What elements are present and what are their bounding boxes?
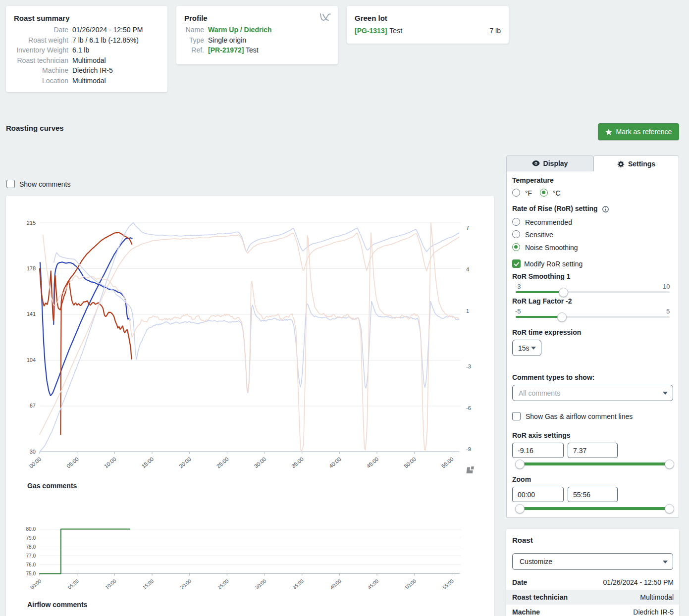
y-axis-tick-label: 75.0 (26, 571, 36, 576)
profile-type-value: Single origin (208, 35, 246, 46)
y-axis-tick-label: 178 (27, 265, 36, 271)
comment-types-placeholder: All comments (519, 389, 560, 397)
profile-ref-link[interactable]: [PR-21972] (208, 46, 244, 54)
tab-settings-label: Settings (628, 160, 655, 168)
roast-summary-row-label: Inventory Weight (14, 45, 68, 55)
ror-smoothing-slider-thumb[interactable] (559, 288, 568, 297)
green-lot-title: Green lot (355, 14, 387, 22)
x-axis-tick-label: 40:00 (328, 456, 342, 469)
y-axis-right-tick-label: -6 (466, 405, 471, 411)
zoom-slider-thumb-left[interactable] (515, 504, 525, 513)
ror-recommended-radio[interactable] (512, 218, 520, 226)
ror-lag-slider-fill (516, 316, 562, 318)
zoom-slider-thumb-right[interactable] (665, 504, 674, 513)
roast-summary-row: MachineDiedrich IR-5 (14, 65, 159, 76)
y-axis-tick-label: 77.0 (26, 553, 36, 559)
ror-axis-max-input[interactable] (568, 443, 618, 458)
y-axis-tick-label: 104 (27, 357, 36, 363)
ror-time-value: 15s (518, 344, 530, 352)
profile-type-row: Type Single origin (184, 35, 330, 46)
ror-smoothing-slider-fill (516, 291, 563, 293)
green-lot-name: Test (389, 27, 402, 35)
fahrenheit-radio[interactable] (512, 189, 520, 197)
ror-smoothing-label: RoR Smoothing 1 (512, 272, 570, 280)
ror-axis-label: RoR axis settings (512, 431, 570, 439)
roast-summary-row: Roast weight7 lb / 6.1 lb (-12.85%) (14, 35, 159, 46)
ror-axis-slider-thumb-left[interactable] (515, 460, 525, 469)
series-et_ref (40, 233, 459, 435)
roast-row-machine-value: Diedrich IR-5 (633, 608, 679, 616)
roast-summary-row-value: Multimodal (72, 76, 106, 86)
ror-axis-slider-fill (516, 462, 670, 465)
roast-card-title: Roast (512, 536, 533, 544)
celsius-label: °C (553, 189, 561, 197)
ror-setting-label: Rate of Rise (RoR) setting (512, 205, 598, 212)
tab-display[interactable]: Display (506, 155, 593, 171)
roast-summary-row: Date01/26/2024 - 12:50 PM (14, 25, 159, 35)
roast-summary-row-label: Location (14, 76, 68, 86)
roast-summary-row-value: 6.1 lb (72, 45, 89, 55)
series-gas (40, 529, 130, 574)
roast-row-machine: Machine Diedrich IR-5 (506, 605, 679, 616)
roast-summary-row: LocationMultimodal (14, 76, 159, 86)
x-axis-tick-label: 20:00 (179, 578, 193, 590)
modify-ror-checkbox[interactable] (512, 259, 521, 268)
y-axis-tick-label: 78.0 (26, 544, 36, 550)
gas-comments-chart[interactable]: 80.079.078.077.076.075.000:0005:0010:001… (6, 515, 494, 597)
y-axis-tick-label: 76.0 (26, 562, 36, 567)
ror-lag-label: RoR Lag Factor -2 (512, 297, 572, 305)
ror-axis-slider-thumb-right[interactable] (665, 460, 674, 469)
ror-lag-slider-thumb[interactable] (557, 312, 567, 322)
green-lot-ref-link[interactable]: [PG-1313] (355, 27, 387, 35)
x-axis-tick-label: 40:00 (329, 578, 342, 590)
show-comments-checkbox[interactable] (6, 180, 15, 188)
gear-icon (617, 160, 625, 168)
tab-settings[interactable]: Settings (593, 155, 679, 172)
roast-summary-row-label: Machine (14, 65, 68, 76)
zoom-end-input[interactable] (568, 487, 618, 502)
x-axis-tick-label: 15:00 (141, 456, 155, 469)
comment-types-select[interactable]: All comments (512, 385, 673, 401)
x-axis-tick-label: 30:00 (254, 578, 267, 590)
ror-sensitive-label: Sensitive (525, 231, 553, 239)
roast-summary-row-value: Diedrich IR-5 (72, 65, 113, 76)
roasting-curves-heading: Roasting curves (6, 124, 64, 132)
ror-sensitive-radio[interactable] (512, 230, 520, 238)
profile-name-label: Name (184, 25, 204, 35)
y-axis-tick-label: 141 (27, 311, 36, 317)
ror-noise-smoothing-radio[interactable] (512, 243, 520, 251)
x-axis-tick-label: 10:00 (104, 578, 117, 590)
series-bt_ref (40, 223, 459, 452)
fahrenheit-label: °F (525, 189, 532, 197)
mark-as-reference-button[interactable]: Mark as reference (598, 123, 679, 140)
info-icon[interactable] (602, 205, 609, 214)
ror-time-select[interactable]: 15s (512, 340, 541, 356)
y-axis-right-tick-label: 7 (466, 225, 469, 231)
x-axis-tick-label: 05:00 (65, 456, 80, 469)
show-gas-airflow-checkbox[interactable] (512, 412, 521, 420)
roast-summary-row: Roast technicianMultimodal (14, 55, 159, 66)
roast-detail-page: {"colors":{"accent_green":"#3f9845","lin… (0, 0, 689, 616)
roasting-curves-chart[interactable]: 2151781411046730741-3-6-900:0005:0010:00… (6, 196, 494, 474)
roast-summary-card: Roast summary Date01/26/2024 - 12:50 PMR… (6, 6, 167, 92)
x-axis-tick-label: 45:00 (366, 456, 380, 469)
show-gas-airflow-label: Show Gas & airflow comment lines (526, 412, 633, 420)
ror-lag-min: -5 (515, 308, 521, 315)
ror-axis-min-input[interactable] (512, 443, 564, 458)
roast-row-technician-value: Multimodal (640, 593, 679, 601)
x-axis-tick-label: 15:00 (142, 578, 155, 590)
roast-selector[interactable]: Customize (512, 553, 673, 570)
x-axis-tick-label: 45:00 (367, 578, 380, 590)
x-axis-tick-label: 00:00 (28, 456, 42, 469)
zoom-start-input[interactable] (512, 487, 564, 502)
green-lot-weight: 7 lb (489, 27, 501, 35)
eye-icon (532, 160, 540, 166)
celsius-radio[interactable] (540, 189, 548, 197)
x-axis-tick-label: 55:00 (440, 456, 455, 469)
x-axis-tick-label: 35:00 (292, 578, 305, 590)
roast-summary-rows: Date01/26/2024 - 12:50 PMRoast weight7 l… (14, 25, 159, 86)
x-axis-tick-label: 10:00 (103, 456, 117, 469)
chart-card: 2151781411046730741-3-6-900:0005:0010:00… (6, 196, 494, 616)
profile-name-link[interactable]: Warm Up / Diedrich (208, 25, 272, 35)
roast-row-technician: Roast technician Multimodal (506, 590, 679, 605)
